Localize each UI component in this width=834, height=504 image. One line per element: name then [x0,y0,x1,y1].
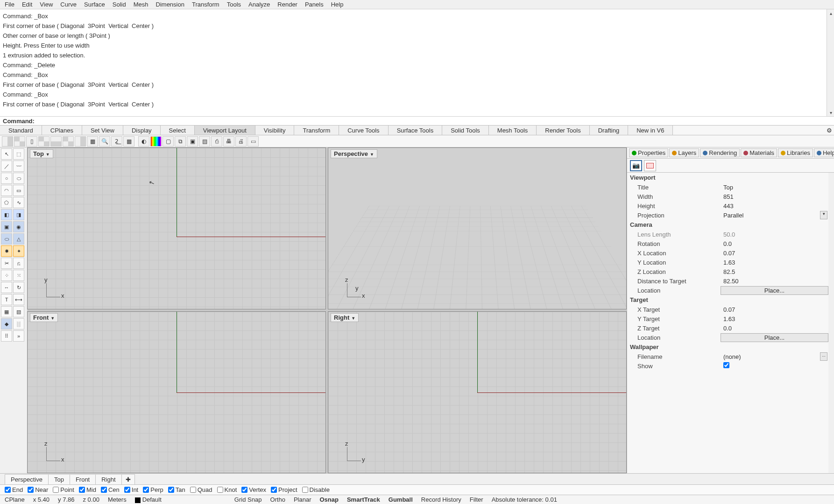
shade-icon[interactable]: ░ [13,318,24,329]
lasso-icon[interactable]: ⬚ [13,148,24,160]
menu-dimension[interactable]: Dimension [152,0,188,9]
vptab-perspective[interactable]: Perspective [5,474,49,484]
pts2-icon[interactable]: ⁙ [13,270,24,281]
prop-val[interactable]: (none) [721,353,834,360]
tool-a-icon[interactable]: 🖶 [223,136,234,147]
tab-display[interactable]: Display [123,126,161,135]
menu-file[interactable]: File [1,0,18,9]
osnap-near[interactable]: Near [28,486,48,493]
add-viewport-icon[interactable]: ✚ [121,474,135,484]
tool-b-icon[interactable]: ▭ [247,136,259,147]
chevron-down-icon[interactable]: ▼ [351,316,355,321]
status-gumball[interactable]: Gumball [389,496,413,503]
tab-new-v6[interactable]: New in V6 [628,126,673,135]
viewport-right[interactable]: Right▼ z y [328,311,627,473]
vptab-front[interactable]: Front [70,474,96,484]
osnap-quad[interactable]: Quad [190,486,212,493]
print-icon[interactable]: 🖨 [235,136,247,147]
trim-icon[interactable]: ✂ [1,258,12,269]
place-button[interactable]: Place... [721,333,828,342]
render-icon[interactable]: ◆ [1,318,12,329]
show-checkbox[interactable] [723,362,729,368]
status-filter[interactable]: Filter [470,496,483,503]
scroll-down-icon[interactable]: ▾ [827,109,834,116]
prop-val[interactable]: 0.07 [721,250,834,257]
prop-val[interactable]: 0.0 [721,240,834,247]
prop-val[interactable]: 1.63 [721,259,834,266]
prop-val[interactable]: 851 [721,193,834,200]
split-3a-icon[interactable]: ▯ [26,136,37,147]
text-icon[interactable]: T [1,294,12,305]
menu-panels[interactable]: Panels [301,0,327,9]
osnap-end[interactable]: End [5,486,23,493]
split-icon[interactable]: ⎌ [13,258,24,269]
tab-properties[interactable]: Properties [629,148,668,157]
grid-icon[interactable]: ▦ [123,136,134,147]
menu-surface[interactable]: Surface [80,0,109,9]
gear-icon[interactable]: ⚙ [825,126,834,135]
tab-mesh-tools[interactable]: Mesh Tools [489,126,537,135]
osnap-perp[interactable]: Perp [143,486,163,493]
status-osnap[interactable]: Osnap [319,496,338,503]
tab-cplanes[interactable]: CPlanes [42,126,82,135]
osnap-point[interactable]: Point [53,486,74,493]
menu-edit[interactable]: Edit [18,0,36,9]
viewport-perspective[interactable]: Perspective▼ z y x [328,147,627,309]
rotate-icon[interactable]: ↻ [13,282,24,293]
layout-scale-icon[interactable]: ⎙ [211,136,222,147]
tab-surface-tools[interactable]: Surface Tools [389,126,443,135]
menu-help[interactable]: Help [327,0,347,9]
prop-val[interactable]: 0.07 [721,306,834,313]
viewport-label[interactable]: Perspective▼ [331,149,377,158]
rainbow-icon[interactable] [150,136,162,147]
prop-val[interactable]: 82.5 [721,268,834,275]
group-icon[interactable]: ▦ [1,306,12,317]
scroll-up-icon[interactable]: ▴ [827,9,834,17]
sphere-icon[interactable]: ◉ [13,221,24,232]
zoom-icon[interactable]: 🔍 [99,136,110,147]
camera-icon[interactable]: 📷 [630,160,642,171]
menu-render[interactable]: Render [274,0,301,9]
split-grid-icon[interactable]: ▦ [87,136,98,147]
new-layout-icon[interactable]: ▢ [163,136,174,147]
menu-transform[interactable]: Transform [188,0,223,9]
viewport-front[interactable]: Front▼ z x [27,311,326,473]
tab-materials[interactable]: Materials [741,148,777,157]
menu-view[interactable]: View [36,0,57,9]
chevron-down-icon[interactable]: ▾ [820,211,827,219]
prop-val[interactable]: Parallel [721,212,834,219]
ellipse-icon[interactable]: ⬭ [13,173,24,184]
tab-set-view[interactable]: Set View [82,126,123,135]
status-smarttrack[interactable]: SmartTrack [347,496,380,503]
circle-icon[interactable]: ○ [1,173,12,184]
menu-curve[interactable]: Curve [57,0,80,9]
command-prompt[interactable]: Command: [0,117,834,125]
pts-icon[interactable]: ⁘ [1,270,12,281]
viewport-label[interactable]: Right▼ [331,313,359,322]
prop-val[interactable]: Top [721,184,834,191]
place-button[interactable]: Place... [721,286,828,295]
tab-viewport-layout[interactable]: Viewport Layout [195,126,255,135]
prop-val[interactable]: 0.0 [721,325,834,332]
prop-val[interactable]: 443 [721,203,834,210]
move-icon[interactable]: ↔ [1,282,12,293]
expand-icon[interactable]: » [13,330,24,342]
dim2d-icon[interactable]: 2͟ [111,136,122,147]
line-icon[interactable]: ／ [1,161,12,172]
tab-standard[interactable]: Standard [0,126,42,135]
status-planar[interactable]: Planar [294,496,311,503]
curve-icon[interactable]: ∿ [13,197,24,208]
chevron-down-icon[interactable]: ▼ [50,316,55,321]
menu-solid[interactable]: Solid [109,0,130,9]
history-scrollbar[interactable]: ▴ ▾ [827,9,834,116]
osnap-disable[interactable]: Disable [302,486,330,493]
split-3d-icon[interactable] [75,136,86,147]
cylinder-icon[interactable]: ⬭ [1,233,12,245]
menu-mesh[interactable]: Mesh [130,0,152,9]
split-vert-icon[interactable] [2,136,13,147]
tab-select[interactable]: Select [161,126,195,135]
osnap-cen[interactable]: Cen [101,486,120,493]
join-icon[interactable]: ✦ [13,245,24,257]
polyline-icon[interactable]: 〰 [13,161,24,172]
chevron-down-icon[interactable]: ▼ [46,152,50,157]
